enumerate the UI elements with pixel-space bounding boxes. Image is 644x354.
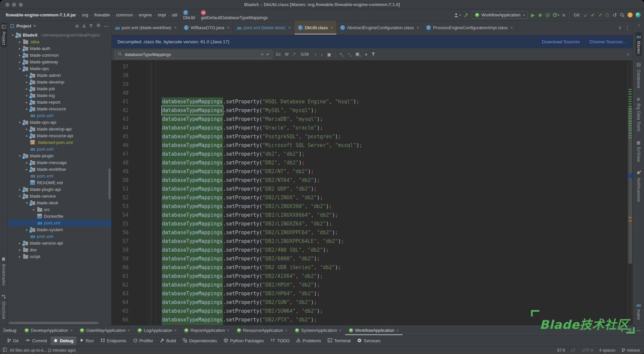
breadcrumb-item-impl[interactable]: impl: [157, 12, 167, 18]
search-match-marker[interactable]: [629, 133, 632, 134]
tool-button-Build[interactable]: Build: [157, 337, 179, 345]
close-tab-icon[interactable]: ×: [396, 328, 399, 333]
search-match-marker[interactable]: [629, 103, 632, 104]
tree-item-blade-plugin-api[interactable]: ▸blade-plugin-api: [7, 186, 111, 193]
line-separator[interactable]: LF: [571, 348, 576, 353]
editor-tab-pom.xml (blade-workflow)[interactable]: mpom.xml (blade-workflow)×: [111, 21, 180, 35]
tree-item-src[interactable]: ▸src: [7, 206, 111, 213]
tool-button-Problems[interactable]: Problems: [293, 337, 324, 345]
next-match-icon[interactable]: ↓: [321, 52, 323, 57]
code-line[interactable]: databaseTypeMappings.setProperty("DB2/SU…: [162, 307, 633, 315]
tree-item-blade-develop[interactable]: ▸blade-develop: [7, 79, 111, 85]
tree-item-pom.xml[interactable]: mpom.xml: [7, 146, 111, 152]
close-tab-icon[interactable]: ×: [227, 25, 230, 30]
debug-tab-GateWayApplication[interactable]: GateWayApplication×: [76, 325, 133, 335]
tool-window-button-Project[interactable]: Project: [1, 23, 7, 47]
vcs-status-message[interactable]: All files are up-to-d... (2 minutes ago): [10, 348, 76, 353]
download-sources-link[interactable]: Download Sources: [542, 39, 580, 44]
close-tab-icon[interactable]: ×: [285, 328, 287, 333]
tree-item-.flattened-pom.xml[interactable]: <>.flattened-pom.xml: [7, 139, 111, 146]
breadcrumb-item-engine[interactable]: engine: [138, 12, 153, 18]
close-find-bar-icon[interactable]: ×: [627, 52, 629, 57]
open-in-find-window-icon[interactable]: ▣: [327, 52, 331, 57]
tree-item-blade-system[interactable]: ▸blade-system: [7, 226, 111, 233]
tree-item-blade-common[interactable]: ▸blade-common: [7, 52, 111, 58]
code-line[interactable]: databaseTypeMappings.setProperty("DB2/LI…: [162, 193, 633, 202]
filter-funnel-icon[interactable]: [371, 52, 375, 57]
file-encoding[interactable]: UTF-8: [582, 348, 593, 353]
search-match-marker[interactable]: [629, 99, 632, 100]
hide-debug-panel-icon[interactable]: —: [636, 328, 641, 333]
close-tab-icon[interactable]: ×: [174, 328, 177, 333]
warning-marker[interactable]: [629, 217, 632, 218]
code-editor[interactable]: 3738394041424344454647484950515253545556…: [111, 61, 633, 325]
caret-position[interactable]: 67:6: [557, 348, 565, 353]
tree-item-blade-plugin[interactable]: ▾blade-plugin: [7, 152, 111, 159]
search-match-marker[interactable]: [629, 120, 632, 121]
close-tab-icon[interactable]: ×: [70, 328, 72, 333]
search-options-icon[interactable]: ≡: [365, 52, 368, 57]
code-line[interactable]: databaseTypeMappings.setProperty("DB2/LI…: [162, 237, 633, 246]
tool-button-Run[interactable]: Run: [77, 337, 97, 345]
tree-item-blade-log[interactable]: ▸blade-log: [7, 92, 111, 99]
tool-button-Services[interactable]: Services: [354, 337, 383, 345]
editor-tab-pom.xml (blade-desk)[interactable]: mpom.xml (blade-desk)×: [233, 21, 294, 35]
profiler-sphere-icon[interactable]: [636, 12, 641, 17]
close-tab-icon[interactable]: ×: [330, 25, 333, 30]
hide-panel-icon[interactable]: —: [104, 23, 108, 29]
editor-scrollbar[interactable]: [628, 61, 633, 325]
code-line[interactable]: databaseTypeMappings.setProperty("DB2/HP…: [162, 281, 633, 289]
code-line[interactable]: databaseTypeMappings.setProperty("Micros…: [162, 141, 633, 150]
tool-window-button-SciView[interactable]: ▦SciView: [636, 138, 642, 164]
close-tab-icon[interactable]: ×: [128, 328, 130, 333]
code-line[interactable]: databaseTypeMappings.setProperty("DB2/NT…: [162, 167, 633, 176]
tree-item-blade-job[interactable]: ▸blade-job: [7, 85, 111, 92]
close-tab-icon[interactable]: ×: [174, 25, 177, 30]
tree-item-.idea[interactable]: ▸.idea: [7, 38, 111, 45]
tool-window-button-Maven[interactable]: mMaven: [636, 32, 642, 56]
code-line[interactable]: databaseTypeMappings.setProperty("DB2/NT…: [162, 176, 633, 185]
git-update-button[interactable]: ↙: [584, 12, 588, 17]
locate-file-icon[interactable]: ⊕: [75, 23, 79, 29]
code-line[interactable]: databaseTypeMappings.setProperty("DB2/40…: [162, 246, 633, 254]
breadcrumb-item-common[interactable]: common: [115, 12, 134, 18]
breadcrumb-item-org[interactable]: org: [81, 12, 89, 18]
previous-match-icon[interactable]: ↑: [314, 52, 317, 57]
user-avatar-icon[interactable]: ▾: [454, 13, 461, 17]
breadcrumb-item-flowable-engine-common-7.1.0.jar[interactable]: flowable-engine-common-7.1.0.jar: [5, 12, 77, 18]
code-line[interactable]: databaseTypeMappings.setProperty("DB2", …: [162, 158, 633, 167]
tool-button-Commit[interactable]: Commit: [22, 337, 50, 345]
tool-button-Terminal[interactable]: Terminal: [325, 337, 354, 345]
tool-window-button-make[interactable]: mmake: [636, 301, 642, 322]
tree-item-blade-admin[interactable]: ▸blade-admin: [7, 72, 111, 79]
tree-item-blade-ops[interactable]: ▾blade-ops: [7, 65, 111, 72]
project-view-selector[interactable]: Project ▾: [10, 23, 36, 29]
run-with-coverage-icon[interactable]: [545, 13, 550, 17]
collapse-all-icon[interactable]: ⇈: [89, 23, 93, 29]
tree-item-pom.xml[interactable]: mpom.xml: [7, 219, 111, 226]
tool-window-button-Database[interactable]: Database: [636, 61, 642, 90]
search-match-marker[interactable]: [629, 113, 632, 114]
expand-all-icon[interactable]: ⇊: [82, 23, 86, 29]
tree-item-blade-develop-api[interactable]: ▸blade-develop-api: [7, 125, 111, 132]
code-lines[interactable]: databaseTypeMappings.setProperty("HSQL D…: [148, 61, 633, 325]
panel-settings-gear-icon[interactable]: [96, 23, 101, 29]
debug-tab-WorkflowApplication[interactable]: WorkflowApplication×: [345, 325, 402, 335]
code-line[interactable]: databaseTypeMappings.setProperty("db2", …: [162, 150, 633, 158]
tree-item-blade-service-api[interactable]: ▸blade-service-api: [7, 240, 111, 246]
search-match-marker[interactable]: [629, 135, 632, 136]
rollback-icon[interactable]: ↺: [612, 12, 617, 17]
search-match-marker[interactable]: [629, 115, 632, 116]
git-push-button[interactable]: ↗: [598, 12, 602, 17]
editor-tab-WfBaseDTO.java[interactable]: CWfBaseDTO.java×: [180, 21, 233, 35]
history-clock-icon[interactable]: [605, 13, 609, 17]
code-line[interactable]: databaseTypeMappings.setProperty("DB2/LI…: [162, 219, 633, 228]
remove-selection-icon[interactable]: −x: [347, 51, 352, 57]
code-line[interactable]: databaseTypeMappings.setProperty("MariaD…: [162, 115, 633, 123]
search-match-marker[interactable]: [629, 137, 632, 138]
choose-sources-link[interactable]: Choose Sources...: [589, 39, 627, 44]
debug-tab-ResourceApplication[interactable]: ResourceApplication×: [233, 325, 291, 335]
editor-tab-ProcessEngineConfigurationImpl.class[interactable]: CProcessEngineConfigurationImpl.class×: [423, 21, 517, 35]
tool-button-TODO[interactable]: TODO: [268, 337, 292, 345]
tree-item-BladeX[interactable]: ▾BladeX~/develop/program/IdeaProject: [7, 32, 111, 38]
